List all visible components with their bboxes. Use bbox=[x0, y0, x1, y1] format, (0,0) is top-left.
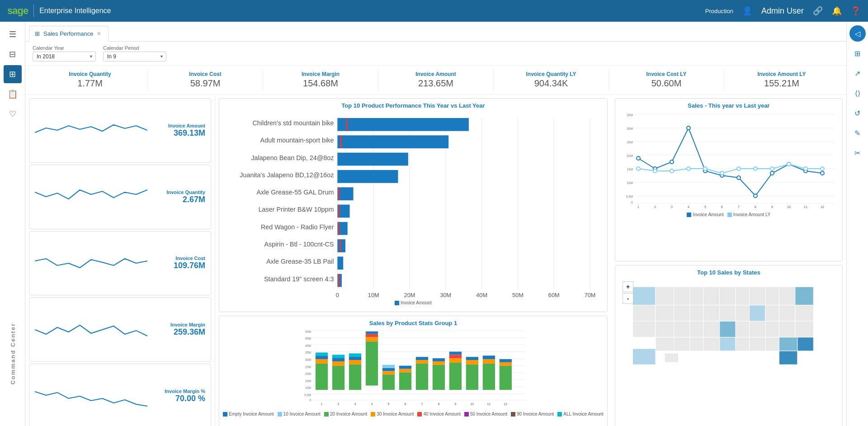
legend-40-invoice: 40 Invoice Amount bbox=[417, 412, 460, 417]
legend-line-ty-label: Invoice Amount bbox=[693, 212, 723, 217]
sparkline-amount-chart bbox=[35, 117, 147, 144]
svg-text:0: 0 bbox=[631, 201, 633, 204]
line-chart-svg: 35M 30M 25M 20M 15M 10M 5.0M 0 bbox=[619, 111, 839, 210]
svg-text:2: 2 bbox=[338, 402, 340, 406]
svg-rect-199 bbox=[736, 321, 749, 337]
svg-rect-197 bbox=[703, 321, 719, 337]
svg-rect-66 bbox=[316, 359, 328, 364]
svg-rect-171 bbox=[632, 287, 656, 305]
svg-point-155 bbox=[770, 167, 774, 170]
svg-rect-173 bbox=[674, 287, 690, 305]
svg-text:1: 1 bbox=[637, 205, 639, 208]
sparkline-margin-label: Invoice Margin bbox=[151, 322, 205, 327]
svg-rect-74 bbox=[349, 360, 361, 364]
svg-rect-90 bbox=[416, 357, 428, 360]
svg-text:Juanita's Jalapeno BD,12@16oz: Juanita's Jalapeno BD,12@16oz bbox=[240, 171, 334, 179]
svg-rect-211 bbox=[765, 337, 779, 351]
svg-rect-177 bbox=[736, 287, 749, 305]
sparkline-amount-value: 369.13M bbox=[151, 128, 205, 138]
kpi-invoice-quantity-ly-label: Invoice Quantity LY bbox=[497, 71, 605, 77]
sparkline-invoice-quantity: Invoice Quantity 2.67M bbox=[29, 165, 211, 229]
tab-sales-performance[interactable]: ⊞ Sales Performance × bbox=[29, 26, 108, 42]
sidebar-report-icon[interactable]: 📋 bbox=[4, 85, 22, 103]
svg-rect-92 bbox=[433, 361, 445, 365]
svg-point-146 bbox=[821, 171, 824, 175]
help-icon[interactable]: ❓ bbox=[851, 6, 861, 16]
export-icon[interactable]: ↗ bbox=[849, 65, 866, 81]
kpi-invoice-quantity-label: Invoice Quantity bbox=[36, 71, 144, 77]
legend-30-dot bbox=[371, 412, 375, 417]
svg-rect-94 bbox=[449, 363, 462, 390]
filter-icon[interactable]: ⟨⟩ bbox=[849, 85, 866, 101]
svg-point-138 bbox=[687, 126, 690, 130]
svg-point-152 bbox=[720, 171, 724, 175]
svg-rect-88 bbox=[416, 364, 428, 390]
app-title: Enterprise Intelligence bbox=[39, 7, 705, 15]
refresh-icon[interactable]: ↺ bbox=[849, 105, 866, 121]
header-right: Production 👤 Admin User 🔗 🔔 ❓ bbox=[705, 6, 861, 16]
svg-rect-182 bbox=[632, 305, 656, 321]
kpi-invoice-cost-ly-value: 50.60M bbox=[613, 78, 720, 89]
svg-rect-214 bbox=[779, 351, 797, 364]
edit-icon[interactable]: ✎ bbox=[849, 125, 866, 141]
sidebar-grid-icon[interactable]: ⊟ bbox=[4, 45, 22, 63]
svg-rect-216 bbox=[665, 353, 678, 362]
notification-icon[interactable]: 🔔 bbox=[832, 6, 842, 16]
svg-text:Children's std mountain bike: Children's std mountain bike bbox=[252, 119, 334, 127]
user-icon[interactable]: 👤 bbox=[742, 6, 752, 16]
svg-rect-83 bbox=[382, 368, 395, 371]
svg-text:5.0M: 5.0M bbox=[626, 195, 633, 198]
svg-rect-184 bbox=[674, 305, 690, 321]
sparkline-quantity-chart bbox=[35, 183, 147, 210]
sparkline-margin-pct-value: 70.00 % bbox=[151, 394, 205, 403]
right-panel: Sales - This year vs Last year 35M 30M 2… bbox=[611, 95, 846, 426]
link-icon[interactable]: 🔗 bbox=[813, 6, 823, 16]
sparkline-cost-chart bbox=[35, 250, 147, 277]
legend-50-dot bbox=[464, 412, 469, 417]
zoom-in-button[interactable]: + bbox=[623, 281, 633, 292]
legend-20-invoice: 20 Invoice Amount bbox=[324, 412, 367, 417]
svg-rect-105 bbox=[500, 362, 512, 366]
sparkline-quantity-label: Invoice Quantity bbox=[151, 189, 205, 195]
svg-rect-192 bbox=[795, 305, 814, 321]
svg-rect-175 bbox=[703, 287, 719, 305]
sparkline-margin-chart bbox=[35, 316, 147, 343]
tab-close-icon[interactable]: × bbox=[97, 30, 101, 37]
zoom-out-button[interactable]: - bbox=[623, 293, 633, 304]
svg-rect-207 bbox=[703, 337, 719, 351]
sparkline-invoice-cost: Invoice Cost 109.76M bbox=[29, 231, 211, 296]
map-title: Top 10 Sales by States bbox=[619, 269, 839, 276]
svg-text:11: 11 bbox=[487, 402, 491, 406]
kpi-invoice-margin-label: Invoice Margin bbox=[267, 71, 374, 77]
svg-text:0: 0 bbox=[309, 398, 311, 402]
svg-text:15M: 15M bbox=[627, 168, 633, 171]
sparklines-panel: Invoice Amount 369.13M Invoice Quantity … bbox=[25, 95, 215, 426]
scissors-icon[interactable]: ✂ bbox=[849, 145, 866, 161]
svg-rect-206 bbox=[690, 337, 703, 351]
svg-text:12: 12 bbox=[504, 402, 508, 406]
filter-period-select[interactable]: In 9 In 8 In 7 bbox=[103, 52, 166, 62]
map-zoom-controls: + - bbox=[623, 281, 633, 304]
bar-chart-svg: Children's std mountain bike Adult mount… bbox=[223, 111, 604, 298]
legend-10-invoice: 10 Invoice Amount bbox=[278, 412, 321, 417]
svg-point-158 bbox=[821, 167, 824, 170]
svg-rect-95 bbox=[449, 358, 462, 363]
sidebar-favorite-icon[interactable]: ♡ bbox=[4, 105, 22, 123]
svg-text:7: 7 bbox=[421, 402, 423, 406]
collapse-panel-icon[interactable]: ◁ bbox=[849, 25, 866, 42]
svg-text:0: 0 bbox=[336, 292, 339, 298]
sidebar-menu-icon[interactable]: ☰ bbox=[4, 25, 22, 43]
svg-rect-18 bbox=[337, 118, 469, 131]
svg-rect-208 bbox=[720, 337, 736, 351]
svg-rect-79 bbox=[366, 334, 378, 337]
filter-calendar-period: Calendar Period In 9 In 8 In 7 bbox=[103, 45, 166, 62]
svg-rect-96 bbox=[449, 355, 462, 358]
svg-point-143 bbox=[770, 171, 774, 175]
svg-point-156 bbox=[787, 162, 791, 166]
legend-line-ty: Invoice Amount bbox=[687, 212, 723, 217]
filter-year-select[interactable]: In 2018 In 2017 In 2016 bbox=[33, 52, 96, 62]
svg-text:9: 9 bbox=[455, 402, 457, 406]
sidebar-dashboard-icon[interactable]: ⊞ bbox=[4, 65, 22, 83]
widget-icon[interactable]: ⊞ bbox=[849, 45, 866, 62]
sparkline-amount-label: Invoice Amount bbox=[151, 123, 205, 128]
